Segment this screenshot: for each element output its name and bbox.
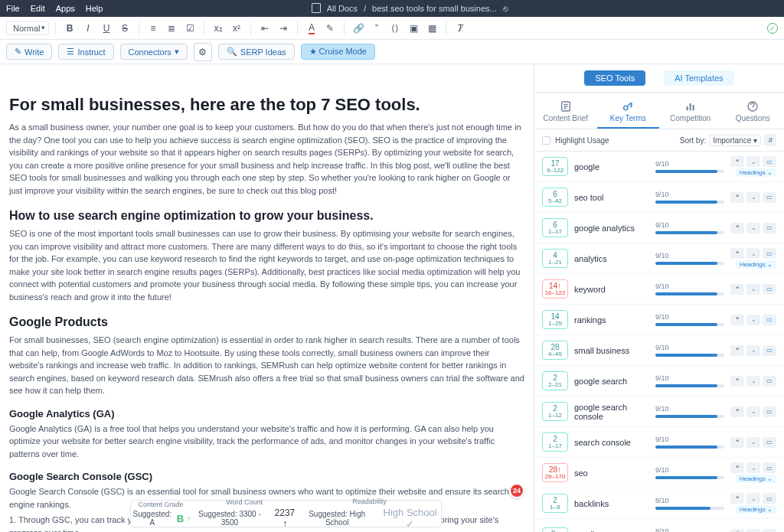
term-expand-icon[interactable]: ⌄	[746, 462, 760, 473]
term-card-icon[interactable]: ▭	[763, 529, 776, 533]
term-row[interactable]: 21–12 google search console 9/10 ❝ ⌄ ▭	[534, 397, 784, 427]
term-row[interactable]: 41–21 analytics 9/10 ❝ ⌄ ▭ Headings ⌄	[534, 243, 784, 274]
task-list-button[interactable]: ☑	[182, 21, 198, 36]
paragraph-style-select[interactable]: Normal	[6, 21, 49, 35]
clear-format-button[interactable]: T̷	[452, 21, 468, 36]
term-row[interactable]: 65–42 seo tool 9/10 ❝ ⌄ ▭	[534, 182, 784, 213]
headings-tag[interactable]: Headings ⌄	[736, 168, 776, 177]
image-button[interactable]: ▣	[406, 21, 421, 36]
term-quote-icon[interactable]: ❝	[730, 315, 744, 325]
breadcrumb-root[interactable]: All Docs	[327, 4, 358, 13]
connectors-button[interactable]: Connectors ▾	[120, 44, 188, 60]
term-row[interactable]: 22–21 google search 9/10 ❝ ⌄ ▭	[534, 366, 784, 397]
menu-edit[interactable]: Edit	[31, 4, 45, 13]
term-expand-icon[interactable]: ⌄	[746, 192, 760, 203]
underline-button[interactable]: U	[99, 21, 114, 36]
term-expand-icon[interactable]: ⌄	[746, 345, 760, 356]
term-quote-icon[interactable]: ❝	[730, 376, 744, 387]
subtab-competition[interactable]: Competition	[659, 97, 722, 129]
doc-paragraph[interactable]: As a small business owner, your number o…	[9, 121, 524, 197]
term-row[interactable]: 21–17 search console 9/10 ❝ ⌄ ▭	[534, 427, 784, 458]
superscript-button[interactable]: x²	[229, 21, 244, 36]
term-expand-icon[interactable]: ⌄	[746, 376, 760, 387]
term-card-icon[interactable]: ▭	[763, 156, 776, 167]
term-expand-icon[interactable]: ⌄	[746, 248, 760, 259]
term-card-icon[interactable]: ▭	[763, 284, 776, 295]
indent-in-button[interactable]: ⇥	[276, 21, 291, 36]
doc-h3[interactable]: Google Search Console (GSC)	[9, 471, 524, 482]
term-quote-icon[interactable]: ❝	[730, 156, 744, 167]
tab-seo-tools[interactable]: SEO Tools	[584, 70, 645, 86]
quote-button[interactable]: ”	[369, 21, 384, 36]
doc-paragraph[interactable]: Google Analytics (GA) is a free tool tha…	[9, 423, 524, 461]
ordered-list-button[interactable]: ≣	[164, 21, 179, 36]
doc-h1[interactable]: For small businesses, here are the top 7…	[9, 95, 524, 115]
filter-icon[interactable]: ⇵	[764, 134, 776, 146]
term-card-icon[interactable]: ▭	[763, 406, 776, 417]
term-quote-icon[interactable]: ❝	[730, 406, 744, 417]
text-color-button[interactable]: A	[304, 21, 319, 36]
subtab-key-terms[interactable]: Key Terms	[597, 97, 660, 129]
term-row[interactable]: 179–122 google 9/10 ❝ ⌄ ▭ Headings ⌄	[534, 152, 784, 182]
term-row[interactable]: 21–8 backlinks 8/10 ❝ ⌄ ▭ Headings ⌄	[534, 488, 784, 519]
term-quote-icon[interactable]: ❝	[730, 437, 744, 448]
term-quote-icon[interactable]: ❝	[730, 248, 744, 259]
subtab-questions[interactable]: Questions	[722, 97, 785, 129]
term-expand-icon[interactable]: ⌄	[746, 529, 760, 533]
bullet-list-button[interactable]: ≡	[145, 21, 161, 36]
menu-apps[interactable]: Apps	[56, 4, 75, 13]
table-button[interactable]: ▦	[424, 21, 439, 36]
doc-h2[interactable]: How to use search engine optimization to…	[9, 209, 524, 223]
tab-ai-templates[interactable]: AI Templates	[664, 70, 733, 86]
term-row[interactable]: 141–29 rankings 9/10 ❝ ⌄ ▭	[534, 305, 784, 335]
term-card-icon[interactable]: ▭	[763, 223, 776, 233]
doc-paragraph[interactable]: For small businesses, SEO (search engine…	[9, 334, 524, 397]
italic-button[interactable]: I	[80, 21, 96, 36]
highlight-usage-checkbox[interactable]	[542, 136, 550, 145]
term-expand-icon[interactable]: ⌄	[746, 406, 760, 417]
term-row[interactable]: 14↑16–122 keyword 9/10 ❝ ⌄ ▭	[534, 274, 784, 305]
term-expand-icon[interactable]: ⌄	[746, 437, 760, 448]
term-quote-icon[interactable]: ❝	[730, 223, 744, 233]
document-editor[interactable]: For small businesses, here are the top 7…	[0, 64, 534, 532]
term-expand-icon[interactable]: ⌄	[746, 493, 760, 504]
headings-tag[interactable]: Headings ⌄	[736, 260, 776, 269]
term-row[interactable]: 284–49 small business 9/10 ❝ ⌄ ▭	[534, 335, 784, 366]
term-quote-icon[interactable]: ❝	[730, 529, 744, 533]
menu-help[interactable]: Help	[86, 4, 103, 13]
term-expand-icon[interactable]: ⌄	[746, 223, 760, 233]
doc-paragraph[interactable]: SEO is one of the most important tools s…	[9, 227, 524, 303]
term-expand-icon[interactable]: ⌄	[746, 315, 760, 325]
doc-h3[interactable]: Google Analytics (GA)	[9, 408, 524, 419]
bold-button[interactable]: B	[62, 21, 77, 36]
term-card-icon[interactable]: ▭	[763, 192, 776, 203]
term-quote-icon[interactable]: ❝	[730, 493, 744, 504]
term-quote-icon[interactable]: ❝	[730, 462, 744, 473]
term-card-icon[interactable]: ▭	[763, 437, 776, 448]
write-button[interactable]: ✎ Write	[6, 44, 52, 60]
serp-ideas-button[interactable]: 🔍 SERP Ideas	[218, 44, 295, 60]
indent-out-button[interactable]: ⇤	[257, 21, 273, 36]
menu-file[interactable]: File	[6, 4, 20, 13]
subscript-button[interactable]: x₂	[211, 21, 226, 36]
notification-badge[interactable]: 24	[509, 483, 524, 498]
term-quote-icon[interactable]: ❝	[730, 284, 744, 295]
headings-tag[interactable]: Headings ⌄	[736, 475, 776, 483]
link-button[interactable]: 🔗	[351, 21, 366, 36]
headings-tag[interactable]: Headings ⌄	[736, 505, 776, 514]
term-expand-icon[interactable]: ⌄	[746, 284, 760, 295]
sort-select[interactable]: Importance ▾	[709, 135, 761, 146]
share-icon[interactable]: ⎋	[503, 4, 508, 13]
term-row[interactable]: 61–17 google analytics 9/10 ❝ ⌄ ▭	[534, 213, 784, 243]
term-card-icon[interactable]: ▭	[763, 493, 776, 504]
term-card-icon[interactable]: ▭	[763, 462, 776, 473]
term-quote-icon[interactable]: ❝	[730, 192, 744, 203]
breadcrumb-doc[interactable]: best seo tools for small busines...	[372, 4, 497, 13]
highlight-button[interactable]: ✎	[322, 21, 338, 36]
code-button[interactable]: ⟨⟩	[387, 21, 403, 36]
term-row[interactable]: 0↑ email 8/10 ❝ ⌄ ▭	[534, 519, 784, 532]
term-card-icon[interactable]: ▭	[763, 376, 776, 387]
term-quote-icon[interactable]: ❝	[730, 345, 744, 356]
term-row[interactable]: 28↑29–170 seo 9/10 ❝ ⌄ ▭ Headings ⌄	[534, 458, 784, 488]
doc-h2[interactable]: Google Products	[9, 315, 524, 329]
